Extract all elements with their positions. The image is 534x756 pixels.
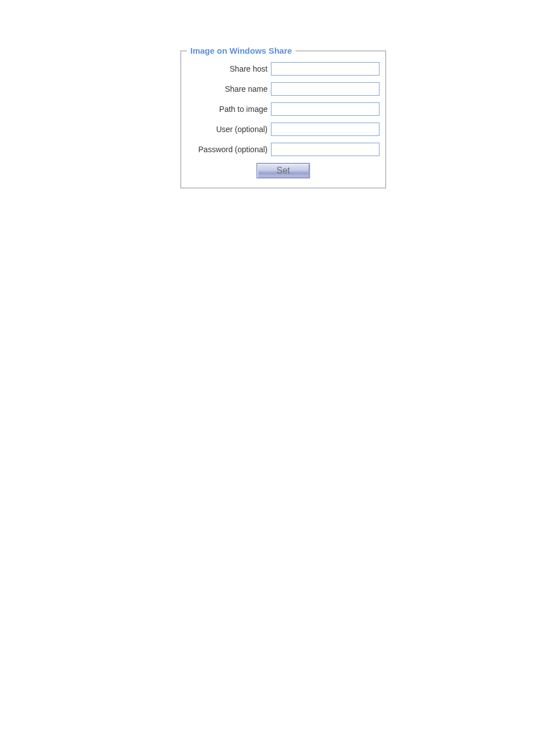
share-host-input[interactable] bbox=[271, 62, 380, 76]
label-share-name: Share name bbox=[187, 84, 271, 93]
row-password: Password (optional) bbox=[187, 143, 380, 156]
password-input[interactable] bbox=[271, 143, 380, 156]
row-share-host: Share host bbox=[187, 62, 380, 76]
label-path-to-image: Path to image bbox=[187, 105, 271, 114]
label-share-host: Share host bbox=[187, 64, 271, 73]
share-name-input[interactable] bbox=[271, 82, 380, 96]
user-input[interactable] bbox=[271, 123, 380, 136]
fieldset-legend: Image on Windows Share bbox=[187, 46, 296, 55]
label-user: User (optional) bbox=[187, 125, 271, 134]
label-password: Password (optional) bbox=[187, 145, 271, 154]
row-share-name: Share name bbox=[187, 82, 380, 96]
path-to-image-input[interactable] bbox=[271, 102, 380, 116]
row-path-to-image: Path to image bbox=[187, 102, 380, 116]
row-user: User (optional) bbox=[187, 123, 380, 136]
button-row: Set bbox=[187, 163, 380, 179]
set-button[interactable]: Set bbox=[256, 163, 310, 179]
windows-share-fieldset: Image on Windows Share Share host Share … bbox=[180, 46, 386, 189]
windows-share-panel: Image on Windows Share Share host Share … bbox=[180, 46, 386, 189]
